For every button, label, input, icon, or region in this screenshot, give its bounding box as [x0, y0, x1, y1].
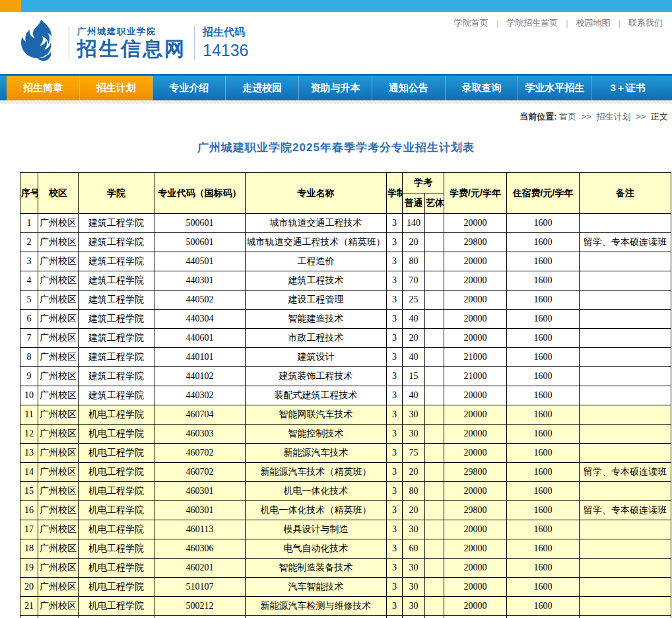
cell-campus: 广州校区 — [38, 271, 79, 291]
cell-exam-art — [425, 233, 444, 252]
cell-years: 3 — [387, 386, 403, 405]
cell-note — [580, 405, 671, 425]
cell-college: 建筑工程学院 — [79, 271, 154, 291]
cell-college: 机电工程学院 — [79, 425, 154, 444]
cell-code: 440101 — [154, 348, 246, 367]
cell-college: 机电工程学院 — [79, 444, 154, 463]
table-row: 5广州校区建筑工程学院440502建设工程管理325200001600 — [20, 291, 671, 310]
cell-college — [79, 616, 154, 618]
cell-seq: 1 — [20, 214, 38, 233]
cell-campus: 广州校区 — [38, 310, 79, 329]
cell-tuition: 20000 — [444, 271, 507, 291]
cell-note — [580, 597, 671, 616]
link-campus-map[interactable]: 校园地图 — [576, 18, 611, 28]
breadcrumb-arrow: >> — [582, 112, 591, 121]
nav-item-zizhu-shengben[interactable]: 资助与升本 — [298, 76, 372, 100]
nav-item-zhuanye-jieshao[interactable]: 专业介绍 — [152, 76, 226, 100]
cell-major: 建筑装饰工程技术 — [246, 367, 387, 386]
cell-major: 新能源汽车技术 — [246, 444, 387, 463]
nav-item-3-zhengshu[interactable]: 3＋证书 — [591, 76, 664, 100]
cell-exam-art — [425, 291, 444, 310]
admission-code-value: 14136 — [203, 41, 249, 60]
cell-campus: 广州校区 — [38, 367, 79, 386]
breadcrumb-section[interactable]: 招生计划 — [597, 112, 631, 121]
cell-accommodation: 1600 — [507, 463, 580, 482]
col-header-exam-group: 学考 — [403, 173, 444, 193]
cell-accommodation: 1600 — [507, 444, 580, 463]
cell-college: 机电工程学院 — [79, 578, 154, 597]
cell-years: 3 — [387, 214, 403, 233]
cell-exam-general: 70 — [403, 271, 425, 291]
cell-note — [580, 214, 671, 233]
table-row: 10广州校区建筑工程学院440302装配式建筑工程技术340200001600 — [20, 386, 671, 405]
cell-code: 440304 — [154, 310, 246, 329]
cell-code: 460301 — [154, 501, 246, 520]
partial-row — [20, 616, 671, 618]
breadcrumb-home[interactable]: 首页 — [559, 112, 576, 121]
cell-campus: 广州校区 — [38, 425, 79, 444]
cell-accommodation: 1600 — [507, 425, 580, 444]
cell-seq: 17 — [20, 520, 38, 539]
link-admission-home[interactable]: 学院招生首页 — [506, 18, 558, 28]
cell-years: 3 — [387, 425, 403, 444]
cell-years: 3 — [387, 559, 403, 578]
cell-college: 机电工程学院 — [79, 597, 154, 616]
admission-code-label: 招生代码 — [203, 26, 249, 40]
table-row: 11广州校区机电工程学院460704智能网联汽车技术330200001600 — [20, 405, 671, 425]
cell-seq — [20, 616, 38, 618]
cell-code: 500601 — [154, 214, 246, 233]
cell-accommodation: 1600 — [507, 233, 580, 252]
cell-exam-art — [425, 463, 444, 482]
cell-code: 440302 — [154, 386, 246, 405]
breadcrumb-current: 正文 — [651, 112, 668, 121]
site-logo[interactable]: 广州城建职业学院 招生信息网 招生代码 14136 — [18, 18, 249, 67]
cell-code: 460702 — [154, 463, 246, 482]
utility-links: 学院首页|学院招生首页|校园地图|联系我们 — [454, 17, 663, 29]
cell-accommodation: 1600 — [507, 597, 580, 616]
cell-campus: 广州校区 — [38, 482, 79, 501]
cell-exam-general: 40 — [403, 348, 425, 367]
cell-exam-art — [425, 578, 444, 597]
table-container: 序号 校区 学院 专业代码（国标码） 专业名称 学制 学考 学费/元/学年 住宿… — [20, 172, 672, 618]
cell-tuition: 21000 — [444, 348, 507, 367]
nav-item-xueye-shuiping[interactable]: 学业水平招生 — [518, 76, 591, 100]
cell-code: 440501 — [154, 252, 246, 271]
col-header-exam-art: 艺体 — [425, 193, 444, 214]
cell-accommodation: 1600 — [507, 329, 580, 348]
cell-college: 建筑工程学院 — [79, 348, 154, 367]
nav-item-zhaosheng-jianzhang[interactable]: 招生简章 — [7, 76, 79, 100]
table-row: 2广州校区建筑工程学院500601城市轨道交通工程技术（精英班）32029800… — [20, 233, 671, 252]
cell-major: 市政工程技术 — [246, 329, 387, 348]
cell-note: 留学、专本硕连读班 — [580, 463, 671, 482]
table-row: 9广州校区建筑工程学院440102建筑装饰工程技术315210001600 — [20, 367, 671, 386]
cell-exam-general: 40 — [403, 310, 425, 329]
link-college-home[interactable]: 学院首页 — [454, 18, 488, 28]
cell-code: 500601 — [154, 233, 246, 252]
cell-accommodation: 1600 — [507, 578, 580, 597]
table-row: 14广州校区机电工程学院460702新能源汽车技术（精英班）3202980016… — [20, 463, 671, 482]
cell-tuition — [444, 616, 507, 618]
table-row: 8广州校区建筑工程学院440101建筑设计340210001600 — [20, 348, 671, 367]
nav-item-tongzhi-gonggao[interactable]: 通知公告 — [372, 76, 445, 100]
table-row: 20广州校区机电工程学院510107汽车智能技术330200001600 — [20, 578, 671, 597]
cell-college: 建筑工程学院 — [79, 214, 154, 233]
col-header-major: 专业名称 — [246, 173, 387, 214]
brand-divider-2 — [194, 26, 195, 59]
link-contact-us[interactable]: 联系我们 — [628, 18, 663, 28]
col-header-exam-general: 普通 — [403, 193, 425, 214]
cell-campus: 广州校区 — [38, 291, 79, 310]
cell-seq: 12 — [20, 425, 38, 444]
cell-exam-general: 30 — [403, 405, 425, 425]
nav-item-zoujin-xiaoyuan[interactable]: 走进校园 — [225, 76, 298, 100]
cell-tuition: 20000 — [444, 214, 507, 233]
cell-exam-art — [425, 329, 444, 348]
nav-item-zhaosheng-jihua[interactable]: 招生计划 — [79, 76, 152, 100]
nav-item-luqu-chaxun[interactable]: 录取查询 — [445, 76, 518, 100]
cell-exam-general: 25 — [403, 291, 425, 310]
cell-exam-general: 30 — [403, 425, 425, 444]
brand-divider — [69, 26, 69, 59]
cell-seq: 21 — [20, 597, 38, 616]
cell-major: 模具设计与制造 — [246, 520, 387, 539]
cell-exam-art — [425, 310, 444, 329]
breadcrumb-prefix: 当前位置: — [520, 112, 556, 121]
